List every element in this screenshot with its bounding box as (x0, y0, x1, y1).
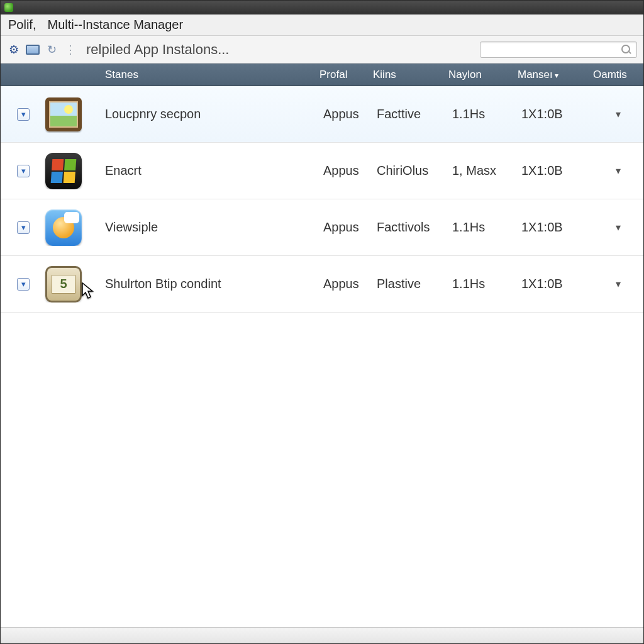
row-name: Loucpnry secpon (101, 107, 319, 121)
app-window: Polif, Multi--Instance Manager relpiled … (0, 0, 644, 644)
app-icon-windows (45, 153, 82, 189)
col-stanes[interactable]: Stanes (101, 69, 316, 81)
row-dropdown-toggle[interactable] (17, 165, 30, 177)
row-name: Enacrt (101, 164, 319, 178)
statusbar (1, 627, 643, 643)
row-naylon: 1.1Hs (448, 220, 518, 235)
row-kins: Facttive (373, 107, 448, 121)
table-row[interactable]: Loucpnry secpon Appus Facttive 1.1Hs 1X1… (1, 86, 643, 143)
row-manse: 1X1:0B (518, 220, 593, 235)
app-icon (4, 3, 13, 12)
gear-icon[interactable] (7, 43, 21, 57)
row-naylon: 1.1Hs (448, 107, 518, 121)
row-manse: 1X1:0B (518, 107, 593, 121)
row-actions-menu[interactable] (593, 165, 643, 177)
row-name: Viewsiple (101, 220, 319, 235)
monitor-icon[interactable] (26, 45, 40, 55)
row-dropdown-toggle[interactable] (17, 278, 30, 291)
row-actions-menu[interactable] (593, 108, 643, 120)
row-actions-menu[interactable] (593, 278, 643, 290)
table-row[interactable]: Viewsiple Appus Facttivols 1.1Hs 1X1:0B (1, 199, 643, 256)
row-dropdown-toggle[interactable] (17, 221, 30, 234)
row-name: Shulrton Btip condint (101, 277, 319, 291)
col-profal[interactable]: Profal (316, 69, 369, 81)
table-body: Loucpnry secpon Appus Facttive 1.1Hs 1X1… (1, 86, 643, 627)
row-kins: Facttivols (373, 220, 448, 235)
table-row[interactable]: 5 Shulrton Btip condint Appus Plastive 1… (1, 256, 643, 313)
col-manse[interactable]: Manseı (514, 69, 589, 81)
row-profal: Appus (319, 164, 373, 178)
app-icon-chat (45, 209, 82, 246)
toolbar: relpiled App Instalons... (1, 36, 643, 64)
table-row[interactable]: Enacrt Appus ChiriOlus 1, Masx 1X1:0B (1, 143, 643, 199)
row-naylon: 1, Masx (448, 164, 518, 178)
row-profal: Appus (319, 277, 373, 291)
row-kins: Plastive (373, 277, 448, 291)
row-kins: ChiriOlus (373, 164, 448, 178)
row-actions-menu[interactable] (593, 221, 643, 233)
menu-item-polif[interactable]: Polif, (8, 18, 36, 32)
more-icon[interactable] (64, 43, 77, 57)
col-naylon[interactable]: Naylon (445, 69, 514, 81)
row-naylon: 1.1Hs (448, 277, 518, 291)
search-input[interactable] (480, 42, 637, 58)
titlebar[interactable] (1, 1, 643, 14)
table-header: Stanes Profal Kiins Naylon Manseı Oamtis (1, 64, 643, 86)
row-dropdown-toggle[interactable] (17, 108, 30, 121)
app-icon-cert: 5 (45, 266, 82, 303)
col-oamtis[interactable]: Oamtis (589, 69, 640, 81)
col-kins[interactable]: Kiins (369, 69, 445, 81)
row-profal: Appus (319, 220, 373, 235)
refresh-icon[interactable] (45, 43, 58, 57)
row-profal: Appus (319, 107, 373, 121)
row-manse: 1X1:0B (518, 164, 593, 178)
menu-item-multi-instance-manager[interactable]: Multi--Instance Manager (47, 18, 183, 32)
search-field[interactable] (486, 45, 621, 55)
menubar: Polif, Multi--Instance Manager (1, 14, 643, 36)
row-manse: 1X1:0B (518, 277, 593, 291)
toolbar-title: relpiled App Instalons... (86, 42, 229, 58)
search-icon[interactable] (621, 45, 631, 55)
app-icon-frame (45, 96, 82, 133)
